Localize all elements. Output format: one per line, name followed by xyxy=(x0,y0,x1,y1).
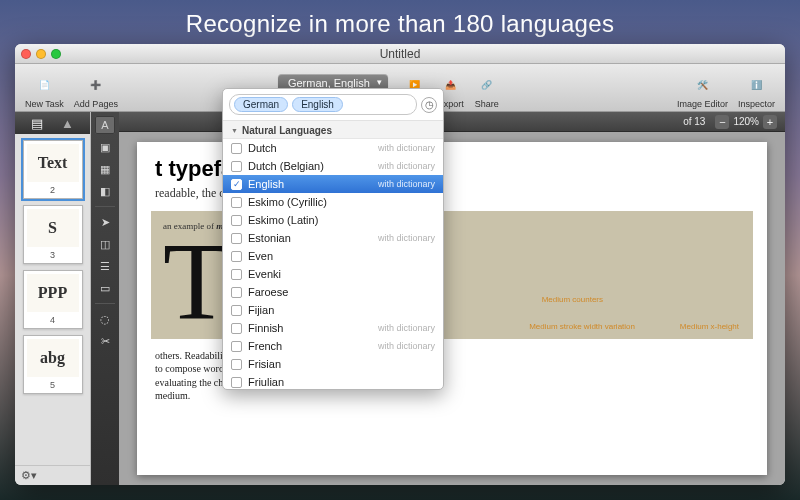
language-pill[interactable]: German xyxy=(234,97,288,112)
window-title: Untitled xyxy=(15,47,785,61)
annotation: Medium stroke width variation xyxy=(529,322,635,331)
sidebar-tabs: ▤ ▲ xyxy=(15,112,90,134)
checkbox-icon[interactable] xyxy=(231,269,242,280)
language-option[interactable]: Fijian xyxy=(223,301,443,319)
language-label: Dutch (Belgian) xyxy=(248,160,372,172)
language-label: Finnish xyxy=(248,322,372,334)
language-label: Estonian xyxy=(248,232,372,244)
new-task-label: New Task xyxy=(25,99,64,109)
language-option[interactable]: Friulian xyxy=(223,373,443,389)
background-area-tool-icon[interactable]: ◧ xyxy=(95,182,115,200)
share-icon: 🔗 xyxy=(474,72,500,98)
image-editor-icon: 🛠️ xyxy=(689,72,715,98)
zoom-out-button[interactable]: − xyxy=(715,115,729,129)
checkbox-icon[interactable] xyxy=(231,305,242,316)
language-option[interactable]: Even xyxy=(223,247,443,265)
language-option[interactable]: Estonianwith dictionary xyxy=(223,229,443,247)
close-icon[interactable] xyxy=(21,49,31,59)
language-option[interactable]: Frenchwith dictionary xyxy=(223,337,443,355)
language-label: English xyxy=(248,178,372,190)
zoom-in-button[interactable]: + xyxy=(763,115,777,129)
share-button[interactable]: 🔗 Share xyxy=(472,72,502,109)
inspector-icon: ℹ️ xyxy=(743,72,769,98)
checkbox-icon[interactable] xyxy=(231,359,242,370)
language-option[interactable]: Eskimo (Latin) xyxy=(223,211,443,229)
language-option[interactable]: Eskimo (Cyrillic) xyxy=(223,193,443,211)
tool-palette: A ▣ ▦ ◧ ➤ ◫ ☰ ▭ ◌ ✂ xyxy=(91,112,119,485)
language-label: Fijian xyxy=(248,304,435,316)
checkbox-icon[interactable] xyxy=(231,179,242,190)
dictionary-badge: with dictionary xyxy=(378,143,435,153)
dropdown-section-header[interactable]: Natural Languages xyxy=(223,121,443,139)
hero-headline: Recognize in more than 180 languages xyxy=(0,0,800,44)
thumbnails-list[interactable]: Text2S3PPP4abg5 xyxy=(15,134,90,465)
add-pages-button[interactable]: ➕ Add Pages xyxy=(72,72,120,109)
sidebar: ▤ ▲ Text2S3PPP4abg5 ⚙︎▾ xyxy=(15,112,91,485)
image-editor-button[interactable]: 🛠️ Image Editor xyxy=(675,72,730,109)
zoom-icon[interactable] xyxy=(51,49,61,59)
new-task-button[interactable]: 📄 New Task xyxy=(23,72,66,109)
checkbox-icon[interactable] xyxy=(231,251,242,262)
checkbox-icon[interactable] xyxy=(231,323,242,334)
eraser-tool-icon[interactable]: ◌ xyxy=(95,310,115,328)
image-editor-label: Image Editor xyxy=(677,99,728,109)
language-label: Eskimo (Latin) xyxy=(248,214,435,226)
new-task-icon: 📄 xyxy=(31,72,57,98)
thumbnails-tab-icon[interactable]: ▤ xyxy=(31,116,43,131)
delete-tool-icon[interactable]: ▭ xyxy=(95,279,115,297)
language-option[interactable]: Englishwith dictionary xyxy=(223,175,443,193)
language-list[interactable]: Dutchwith dictionaryDutch (Belgian)with … xyxy=(223,139,443,389)
page-indicator: of 13 xyxy=(683,116,705,127)
share-label: Share xyxy=(475,99,499,109)
crop-tool-icon[interactable]: ✂ xyxy=(95,332,115,350)
language-option[interactable]: Dutch (Belgian)with dictionary xyxy=(223,157,443,175)
language-option[interactable]: Evenki xyxy=(223,265,443,283)
checkbox-icon[interactable] xyxy=(231,215,242,226)
language-label: Frisian xyxy=(248,358,435,370)
checkbox-icon[interactable] xyxy=(231,233,242,244)
language-option[interactable]: Dutchwith dictionary xyxy=(223,139,443,157)
checkbox-icon[interactable] xyxy=(231,377,242,388)
image-area-tool-icon[interactable]: ▣ xyxy=(95,138,115,156)
main-area: of 13 − 120% + t typeface for text? read… xyxy=(119,112,785,485)
add-pages-label: Add Pages xyxy=(74,99,118,109)
info-bar: of 13 − 120% + xyxy=(119,112,785,132)
language-option[interactable]: Faroese xyxy=(223,283,443,301)
language-label: Friulian xyxy=(248,376,435,388)
thumbnail[interactable]: abg5 xyxy=(23,335,83,394)
dictionary-badge: with dictionary xyxy=(378,341,435,351)
inspector-label: Inspector xyxy=(738,99,775,109)
checkbox-icon[interactable] xyxy=(231,161,242,172)
language-label: Eskimo (Cyrillic) xyxy=(248,196,435,208)
table-area-tool-icon[interactable]: ▦ xyxy=(95,160,115,178)
pointer-tool-icon[interactable]: ➤ xyxy=(95,213,115,231)
order-tool-icon[interactable]: ☰ xyxy=(95,257,115,275)
add-pages-icon: ➕ xyxy=(83,72,109,98)
checkbox-icon[interactable] xyxy=(231,197,242,208)
language-label: Even xyxy=(248,250,435,262)
language-option[interactable]: Finnishwith dictionary xyxy=(223,319,443,337)
document-viewport[interactable]: t typeface for text? readable, the opera… xyxy=(119,132,785,485)
language-option[interactable]: Frisian xyxy=(223,355,443,373)
language-label: Evenki xyxy=(248,268,435,280)
dictionary-badge: with dictionary xyxy=(378,161,435,171)
checkbox-icon[interactable] xyxy=(231,287,242,298)
thumbnail[interactable]: S3 xyxy=(23,205,83,264)
dictionary-badge: with dictionary xyxy=(378,179,435,189)
thumbnail[interactable]: Text2 xyxy=(23,140,83,199)
add-part-tool-icon[interactable]: ◫ xyxy=(95,235,115,253)
inspector-button[interactable]: ℹ️ Inspector xyxy=(736,72,777,109)
recent-languages-icon[interactable]: ◷ xyxy=(421,97,437,113)
checkbox-icon[interactable] xyxy=(231,341,242,352)
gear-icon[interactable]: ⚙︎▾ xyxy=(21,469,37,482)
language-dropdown[interactable]: German English ◷ Natural Languages Dutch… xyxy=(222,88,444,390)
minimize-icon[interactable] xyxy=(36,49,46,59)
checkbox-icon[interactable] xyxy=(231,143,242,154)
language-pill[interactable]: English xyxy=(292,97,343,112)
annotation: Medium x-height xyxy=(680,322,739,331)
selected-languages-field[interactable]: German English xyxy=(229,94,417,115)
text-area-tool-icon[interactable]: A xyxy=(95,116,115,134)
warnings-tab-icon[interactable]: ▲ xyxy=(61,116,74,131)
sidebar-footer: ⚙︎▾ xyxy=(15,465,90,485)
thumbnail[interactable]: PPP4 xyxy=(23,270,83,329)
